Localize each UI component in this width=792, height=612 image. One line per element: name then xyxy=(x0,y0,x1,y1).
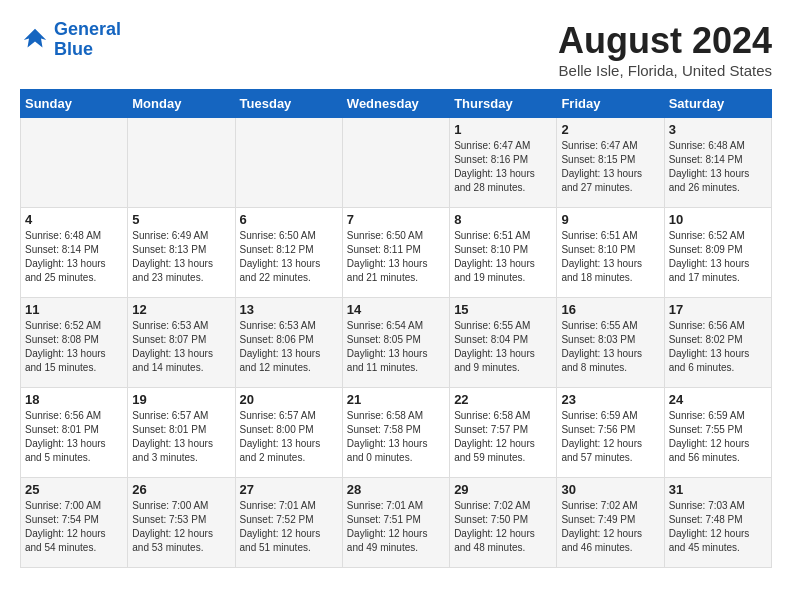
calendar-cell: 23Sunrise: 6:59 AM Sunset: 7:56 PM Dayli… xyxy=(557,388,664,478)
svg-marker-0 xyxy=(24,29,47,48)
weekday-header-friday: Friday xyxy=(557,90,664,118)
day-number: 23 xyxy=(561,392,659,407)
day-number: 27 xyxy=(240,482,338,497)
calendar-cell: 15Sunrise: 6:55 AM Sunset: 8:04 PM Dayli… xyxy=(450,298,557,388)
logo-line1: General xyxy=(54,19,121,39)
calendar-cell: 26Sunrise: 7:00 AM Sunset: 7:53 PM Dayli… xyxy=(128,478,235,568)
calendar-cell: 25Sunrise: 7:00 AM Sunset: 7:54 PM Dayli… xyxy=(21,478,128,568)
day-number: 5 xyxy=(132,212,230,227)
day-number: 26 xyxy=(132,482,230,497)
weekday-row: SundayMondayTuesdayWednesdayThursdayFrid… xyxy=(21,90,772,118)
day-number: 3 xyxy=(669,122,767,137)
calendar-week-5: 25Sunrise: 7:00 AM Sunset: 7:54 PM Dayli… xyxy=(21,478,772,568)
calendar-cell: 4Sunrise: 6:48 AM Sunset: 8:14 PM Daylig… xyxy=(21,208,128,298)
subtitle: Belle Isle, Florida, United States xyxy=(558,62,772,79)
day-info: Sunrise: 6:56 AM Sunset: 8:02 PM Dayligh… xyxy=(669,319,767,375)
day-number: 12 xyxy=(132,302,230,317)
calendar-cell: 8Sunrise: 6:51 AM Sunset: 8:10 PM Daylig… xyxy=(450,208,557,298)
day-info: Sunrise: 7:00 AM Sunset: 7:53 PM Dayligh… xyxy=(132,499,230,555)
calendar-cell: 28Sunrise: 7:01 AM Sunset: 7:51 PM Dayli… xyxy=(342,478,449,568)
day-info: Sunrise: 7:02 AM Sunset: 7:49 PM Dayligh… xyxy=(561,499,659,555)
day-info: Sunrise: 6:59 AM Sunset: 7:56 PM Dayligh… xyxy=(561,409,659,465)
day-number: 17 xyxy=(669,302,767,317)
day-info: Sunrise: 7:02 AM Sunset: 7:50 PM Dayligh… xyxy=(454,499,552,555)
day-info: Sunrise: 6:52 AM Sunset: 8:09 PM Dayligh… xyxy=(669,229,767,285)
day-info: Sunrise: 6:47 AM Sunset: 8:16 PM Dayligh… xyxy=(454,139,552,195)
calendar-cell: 16Sunrise: 6:55 AM Sunset: 8:03 PM Dayli… xyxy=(557,298,664,388)
calendar-cell: 3Sunrise: 6:48 AM Sunset: 8:14 PM Daylig… xyxy=(664,118,771,208)
day-number: 18 xyxy=(25,392,123,407)
main-title: August 2024 xyxy=(558,20,772,62)
calendar-cell: 11Sunrise: 6:52 AM Sunset: 8:08 PM Dayli… xyxy=(21,298,128,388)
day-info: Sunrise: 6:48 AM Sunset: 8:14 PM Dayligh… xyxy=(25,229,123,285)
day-number: 24 xyxy=(669,392,767,407)
day-info: Sunrise: 6:49 AM Sunset: 8:13 PM Dayligh… xyxy=(132,229,230,285)
calendar-week-1: 1Sunrise: 6:47 AM Sunset: 8:16 PM Daylig… xyxy=(21,118,772,208)
calendar-cell: 27Sunrise: 7:01 AM Sunset: 7:52 PM Dayli… xyxy=(235,478,342,568)
day-number: 2 xyxy=(561,122,659,137)
weekday-header-sunday: Sunday xyxy=(21,90,128,118)
day-number: 20 xyxy=(240,392,338,407)
day-info: Sunrise: 6:47 AM Sunset: 8:15 PM Dayligh… xyxy=(561,139,659,195)
day-number: 31 xyxy=(669,482,767,497)
calendar-header: SundayMondayTuesdayWednesdayThursdayFrid… xyxy=(21,90,772,118)
calendar-cell: 24Sunrise: 6:59 AM Sunset: 7:55 PM Dayli… xyxy=(664,388,771,478)
calendar-body: 1Sunrise: 6:47 AM Sunset: 8:16 PM Daylig… xyxy=(21,118,772,568)
logo-text: General Blue xyxy=(54,20,121,60)
day-info: Sunrise: 7:00 AM Sunset: 7:54 PM Dayligh… xyxy=(25,499,123,555)
calendar-cell: 9Sunrise: 6:51 AM Sunset: 8:10 PM Daylig… xyxy=(557,208,664,298)
day-number: 6 xyxy=(240,212,338,227)
calendar-cell: 5Sunrise: 6:49 AM Sunset: 8:13 PM Daylig… xyxy=(128,208,235,298)
day-number: 11 xyxy=(25,302,123,317)
calendar-cell: 7Sunrise: 6:50 AM Sunset: 8:11 PM Daylig… xyxy=(342,208,449,298)
day-info: Sunrise: 6:57 AM Sunset: 8:01 PM Dayligh… xyxy=(132,409,230,465)
day-number: 15 xyxy=(454,302,552,317)
day-number: 30 xyxy=(561,482,659,497)
day-info: Sunrise: 6:50 AM Sunset: 8:11 PM Dayligh… xyxy=(347,229,445,285)
day-info: Sunrise: 6:58 AM Sunset: 7:57 PM Dayligh… xyxy=(454,409,552,465)
calendar-week-2: 4Sunrise: 6:48 AM Sunset: 8:14 PM Daylig… xyxy=(21,208,772,298)
day-info: Sunrise: 6:55 AM Sunset: 8:03 PM Dayligh… xyxy=(561,319,659,375)
calendar-cell: 19Sunrise: 6:57 AM Sunset: 8:01 PM Dayli… xyxy=(128,388,235,478)
calendar-cell: 2Sunrise: 6:47 AM Sunset: 8:15 PM Daylig… xyxy=(557,118,664,208)
title-block: August 2024 Belle Isle, Florida, United … xyxy=(558,20,772,79)
weekday-header-thursday: Thursday xyxy=(450,90,557,118)
day-number: 29 xyxy=(454,482,552,497)
calendar-cell xyxy=(235,118,342,208)
day-info: Sunrise: 6:59 AM Sunset: 7:55 PM Dayligh… xyxy=(669,409,767,465)
calendar-cell: 6Sunrise: 6:50 AM Sunset: 8:12 PM Daylig… xyxy=(235,208,342,298)
day-number: 7 xyxy=(347,212,445,227)
calendar-cell: 22Sunrise: 6:58 AM Sunset: 7:57 PM Dayli… xyxy=(450,388,557,478)
calendar-cell xyxy=(342,118,449,208)
day-info: Sunrise: 6:52 AM Sunset: 8:08 PM Dayligh… xyxy=(25,319,123,375)
day-number: 10 xyxy=(669,212,767,227)
day-info: Sunrise: 6:57 AM Sunset: 8:00 PM Dayligh… xyxy=(240,409,338,465)
day-info: Sunrise: 6:48 AM Sunset: 8:14 PM Dayligh… xyxy=(669,139,767,195)
calendar-cell: 1Sunrise: 6:47 AM Sunset: 8:16 PM Daylig… xyxy=(450,118,557,208)
day-info: Sunrise: 6:50 AM Sunset: 8:12 PM Dayligh… xyxy=(240,229,338,285)
day-info: Sunrise: 6:54 AM Sunset: 8:05 PM Dayligh… xyxy=(347,319,445,375)
weekday-header-wednesday: Wednesday xyxy=(342,90,449,118)
day-info: Sunrise: 6:55 AM Sunset: 8:04 PM Dayligh… xyxy=(454,319,552,375)
day-number: 9 xyxy=(561,212,659,227)
weekday-header-monday: Monday xyxy=(128,90,235,118)
calendar-cell: 13Sunrise: 6:53 AM Sunset: 8:06 PM Dayli… xyxy=(235,298,342,388)
calendar-cell: 12Sunrise: 6:53 AM Sunset: 8:07 PM Dayli… xyxy=(128,298,235,388)
day-info: Sunrise: 6:58 AM Sunset: 7:58 PM Dayligh… xyxy=(347,409,445,465)
day-number: 1 xyxy=(454,122,552,137)
calendar-cell: 18Sunrise: 6:56 AM Sunset: 8:01 PM Dayli… xyxy=(21,388,128,478)
day-info: Sunrise: 6:51 AM Sunset: 8:10 PM Dayligh… xyxy=(561,229,659,285)
calendar-cell: 10Sunrise: 6:52 AM Sunset: 8:09 PM Dayli… xyxy=(664,208,771,298)
day-number: 22 xyxy=(454,392,552,407)
day-info: Sunrise: 6:51 AM Sunset: 8:10 PM Dayligh… xyxy=(454,229,552,285)
day-info: Sunrise: 7:01 AM Sunset: 7:52 PM Dayligh… xyxy=(240,499,338,555)
logo: General Blue xyxy=(20,20,121,60)
calendar-cell: 14Sunrise: 6:54 AM Sunset: 8:05 PM Dayli… xyxy=(342,298,449,388)
calendar-cell: 29Sunrise: 7:02 AM Sunset: 7:50 PM Dayli… xyxy=(450,478,557,568)
logo-bird-icon xyxy=(20,25,50,55)
day-info: Sunrise: 7:03 AM Sunset: 7:48 PM Dayligh… xyxy=(669,499,767,555)
day-number: 13 xyxy=(240,302,338,317)
day-number: 21 xyxy=(347,392,445,407)
day-number: 25 xyxy=(25,482,123,497)
day-info: Sunrise: 7:01 AM Sunset: 7:51 PM Dayligh… xyxy=(347,499,445,555)
